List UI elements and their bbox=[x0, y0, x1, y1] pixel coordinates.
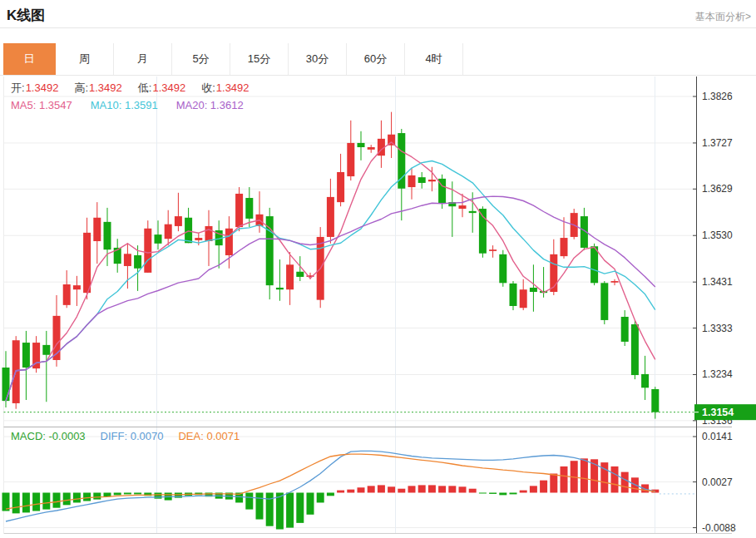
chart-svg[interactable]: 1.38261.37271.36291.35301.34311.33331.32… bbox=[0, 0, 756, 538]
svg-text:1.3530: 1.3530 bbox=[702, 230, 733, 241]
svg-text:-0.0088: -0.0088 bbox=[702, 522, 736, 534]
svg-text:1.3629: 1.3629 bbox=[702, 183, 733, 195]
svg-text:1.3431: 1.3431 bbox=[702, 276, 733, 288]
svg-text:1.3826: 1.3826 bbox=[702, 91, 733, 102]
svg-text:0.0027: 0.0027 bbox=[702, 476, 733, 488]
candles bbox=[2, 112, 660, 419]
current-price-label: 1.3154 bbox=[702, 407, 734, 418]
svg-text:0.0141: 0.0141 bbox=[702, 431, 733, 442]
svg-text:1.3234: 1.3234 bbox=[702, 368, 733, 380]
axis-labels: 1.38261.37271.36291.35301.34311.33331.32… bbox=[693, 91, 736, 534]
svg-text:1.3333: 1.3333 bbox=[702, 323, 733, 334]
diff-line bbox=[6, 451, 655, 521]
current-price-badge: 1.3154 bbox=[694, 404, 756, 420]
macd-histogram bbox=[2, 458, 660, 529]
svg-text:1.3727: 1.3727 bbox=[702, 137, 733, 149]
